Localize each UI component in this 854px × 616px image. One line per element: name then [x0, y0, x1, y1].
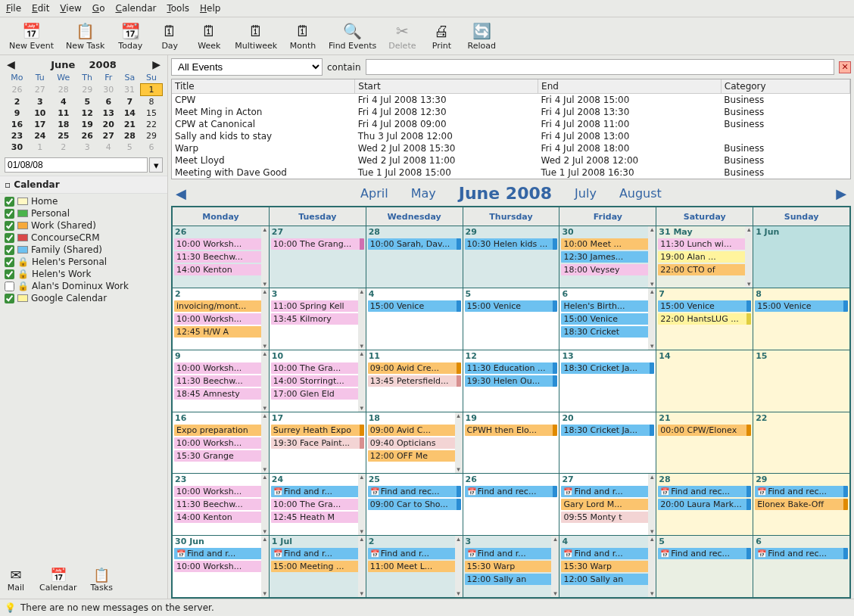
scroll-down-icon[interactable]: ▾ [745, 281, 753, 288]
day-cell[interactable]: 3010:00 Meet ...12:30 James...18:00 Veys… [559, 226, 656, 288]
mini-cal-day[interactable]: 2 [5, 96, 30, 108]
mini-cal-day[interactable]: 11 [51, 107, 76, 119]
mini-cal-day[interactable]: 17 [30, 119, 51, 130]
menu-edit[interactable]: Edit [32, 3, 49, 14]
week-button[interactable]: 🗓Week [191, 19, 227, 53]
mini-cal-day[interactable]: 13 [98, 107, 119, 119]
calendar-event[interactable]: 14:00 Storringt... [271, 375, 364, 387]
calendar-event[interactable]: 18:30 Cricket Ja... [561, 425, 654, 436]
calendar-item[interactable]: Google Calendar [3, 292, 164, 304]
calendar-item[interactable]: Personal [3, 207, 164, 219]
day-cell[interactable]: 1 JulFind and r...15:00 Meeting ...▴▾ [270, 536, 366, 597]
day-cell[interactable]: 2018:30 Cricket Ja... [559, 412, 656, 474]
calendar-event[interactable]: Find and rec... [755, 548, 848, 559]
day-button[interactable]: 🗓Day [151, 19, 188, 53]
event-list[interactable]: TitleStartEndCategoryCPWFri 4 Jul 2008 1… [171, 79, 851, 179]
calendar-checkbox[interactable] [5, 197, 14, 207]
calendar-event[interactable]: 11:30 Education ... [465, 362, 558, 374]
day-cell[interactable]: 311:00 Spring Kell13:45 Kilmory▴▾ [270, 288, 366, 350]
mini-cal-day[interactable]: 1 [141, 84, 163, 96]
calendar-event[interactable]: Find and r... [561, 548, 654, 559]
calendar-event[interactable]: 13:45 Petersfield... [368, 375, 461, 387]
calendar-event[interactable]: 18:00 Veysey [561, 264, 654, 275]
scroll-down-icon[interactable]: ▾ [648, 343, 656, 350]
event-row[interactable]: WarpWed 2 Jul 2008 15:30Fri 4 Jul 2008 1… [172, 142, 850, 154]
menu-file[interactable]: File [6, 3, 21, 14]
mini-cal-day[interactable]: 2 [51, 142, 76, 153]
day-cell[interactable]: 1318:30 Cricket Ja... [559, 350, 656, 412]
calendar-event[interactable]: 19:30 Face Paint... [271, 437, 364, 449]
scroll-down-icon[interactable]: ▾ [261, 343, 269, 350]
mini-cal-day[interactable]: 22 [141, 119, 163, 130]
mini-cal-day[interactable]: 3 [76, 142, 98, 153]
calendar-event[interactable]: 12:00 Sally an [561, 574, 654, 585]
calendar-event[interactable]: 10:00 Worksh... [174, 362, 267, 374]
scroll-down-icon[interactable]: ▾ [261, 405, 269, 412]
day-cell[interactable]: 1809:00 Avid C...09:40 Opticians12:00 OF… [366, 412, 463, 474]
prev-arrow-icon[interactable]: ◀ [176, 185, 186, 201]
nav-month[interactable]: April [360, 186, 388, 201]
calendar-event[interactable]: 14:00 Kenton [174, 512, 267, 523]
day-cell[interactable]: 415:00 Venice [366, 288, 463, 350]
mini-cal-day[interactable]: 16 [5, 119, 30, 130]
mini-cal-day[interactable]: 7 [119, 96, 140, 108]
scroll-down-icon[interactable]: ▾ [358, 405, 366, 412]
mini-cal-day[interactable]: 26 [5, 84, 30, 96]
event-col-header[interactable]: Category [721, 79, 849, 94]
calendar-event[interactable]: Helen's Birth... [561, 300, 654, 312]
calendar-item[interactable]: ConcourseCRM [3, 232, 164, 244]
scroll-up-icon[interactable]: ▴ [261, 350, 269, 357]
day-cell[interactable]: 2310:00 Worksh...11:30 Beechw...14:00 Ke… [173, 474, 269, 535]
day-cell[interactable]: 17Surrey Heath Expo19:30 Face Paint... [270, 412, 366, 474]
scroll-up-icon[interactable]: ▴ [648, 226, 656, 233]
calendar-event[interactable]: 15:00 Venice [658, 300, 751, 312]
mini-cal-day[interactable]: 27 [30, 84, 51, 96]
calendar-checkbox[interactable] [5, 233, 14, 243]
calendar-item[interactable]: Work (Shared) [3, 219, 164, 232]
scroll-down-icon[interactable]: ▾ [551, 590, 559, 597]
calendar-checkbox[interactable] [5, 221, 14, 231]
scroll-up-icon[interactable]: ▴ [648, 474, 656, 481]
day-cell[interactable]: 15 [753, 350, 849, 412]
calendar-event[interactable]: 10:00 The Gra... [271, 362, 364, 374]
calendar-checkbox[interactable] [5, 245, 14, 255]
scroll-down-icon[interactable]: ▾ [261, 528, 269, 535]
calendar-event[interactable]: 11:30 Beechw... [174, 251, 267, 263]
mini-cal-day[interactable]: 30 [5, 142, 30, 153]
event-row[interactable]: Meet Ming in ActonFri 4 Jul 2008 12:30Fr… [172, 106, 850, 118]
prev-month-icon[interactable]: ◀ [5, 58, 17, 70]
scroll-up-icon[interactable]: ▴ [455, 412, 463, 419]
day-cell[interactable]: 2910:30 Helen kids ... [463, 226, 559, 288]
calendar-event[interactable]: Find and r... [271, 548, 364, 559]
close-icon[interactable]: ✕ [839, 61, 851, 73]
calendar-event[interactable]: 17:00 Glen Eld [271, 388, 364, 400]
calendar-event[interactable]: 10:00 Worksh... [174, 486, 267, 497]
calendar-item[interactable]: Home [3, 195, 164, 207]
scroll-down-icon[interactable]: ▾ [648, 281, 656, 288]
day-cell[interactable]: 2Find and r...11:00 Meet L...▴▾ [366, 536, 463, 597]
day-cell[interactable]: 2710:00 The Grang... [270, 226, 366, 288]
scroll-down-icon[interactable]: ▾ [261, 466, 269, 473]
calendar-event[interactable]: 15:00 Venice [368, 300, 461, 312]
scroll-up-icon[interactable]: ▴ [261, 536, 269, 543]
scroll-down-icon[interactable]: ▾ [648, 590, 656, 597]
next-month-icon[interactable]: ▶ [150, 58, 163, 70]
scroll-down-icon[interactable]: ▾ [358, 590, 366, 597]
mini-cal-day[interactable]: 10 [30, 107, 51, 119]
today-button[interactable]: 📆Today [112, 19, 148, 53]
mini-cal-day[interactable]: 21 [119, 119, 140, 130]
event-row[interactable]: CPW at CanonicalFri 4 Jul 2008 09:00Fri … [172, 118, 850, 130]
mini-cal-day[interactable]: 20 [98, 119, 119, 130]
event-row[interactable]: CPWFri 4 Jul 2008 13:30Fri 4 Jul 2008 15… [172, 94, 850, 107]
mini-cal-day[interactable]: 30 [98, 84, 119, 96]
calendar-event[interactable]: Find and r... [368, 548, 461, 559]
calendar-event[interactable]: 18:45 Amnesty [174, 388, 267, 400]
day-cell[interactable]: 515:00 Venice [463, 288, 559, 350]
calendar-item[interactable]: 🔒Alan's Dominux Work [3, 280, 164, 292]
calendar-event[interactable]: 10:00 Worksh... [174, 561, 267, 572]
calendar-event[interactable]: 10:00 Meet ... [561, 238, 654, 250]
calendar-checkbox[interactable] [5, 269, 14, 279]
mini-cal-day[interactable]: 1 [30, 142, 51, 153]
calendar-event[interactable]: 12:30 James... [561, 251, 654, 263]
mini-cal-day[interactable]: 14 [119, 107, 140, 119]
